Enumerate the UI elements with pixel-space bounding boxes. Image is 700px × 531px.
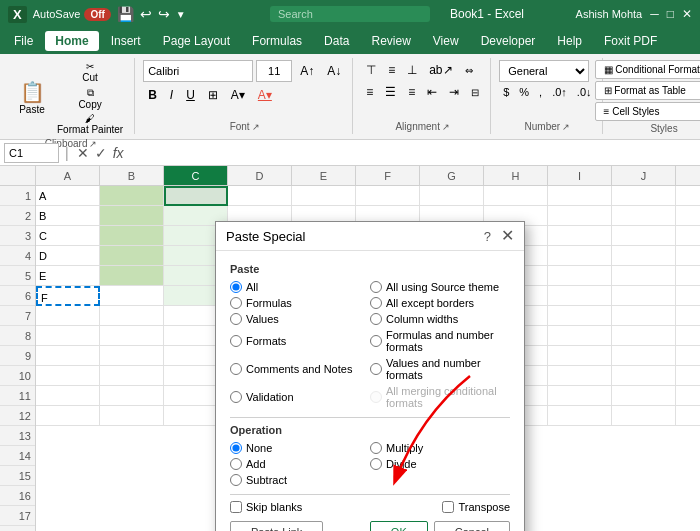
paste-option-comments[interactable]: Comments and Notes bbox=[230, 355, 370, 383]
paste-option-all[interactable]: All bbox=[230, 279, 370, 295]
cell-styles-button[interactable]: ≡ Cell Styles bbox=[595, 102, 700, 121]
format-painter-button[interactable]: 🖌 Format Painter bbox=[52, 112, 128, 136]
paste-option-values[interactable]: Values bbox=[230, 311, 370, 327]
paste-radio-all-source[interactable] bbox=[370, 281, 382, 293]
number-expand-icon[interactable]: ↗ bbox=[562, 122, 570, 132]
ok-button[interactable]: OK bbox=[370, 521, 428, 531]
currency-button[interactable]: $ bbox=[499, 84, 513, 100]
menu-foxit[interactable]: Foxit PDF bbox=[594, 31, 667, 51]
paste-option-formulas[interactable]: Formulas bbox=[230, 295, 370, 311]
menu-data[interactable]: Data bbox=[314, 31, 359, 51]
op-radio-divide[interactable] bbox=[370, 458, 382, 470]
align-center-button[interactable]: ☰ bbox=[380, 82, 401, 102]
restore-button[interactable]: □ bbox=[667, 7, 674, 21]
op-option-add[interactable]: Add bbox=[230, 456, 370, 472]
op-radio-subtract[interactable] bbox=[230, 474, 242, 486]
wrap-text-button[interactable]: ⇔ bbox=[460, 60, 478, 80]
paste-option-all-except[interactable]: All except borders bbox=[370, 295, 510, 311]
menu-review[interactable]: Review bbox=[361, 31, 420, 51]
comma-button[interactable]: , bbox=[535, 84, 546, 100]
redo-icon[interactable]: ↪ bbox=[158, 6, 170, 22]
menu-view[interactable]: View bbox=[423, 31, 469, 51]
paste-radio-formulas-numbers[interactable] bbox=[370, 335, 382, 347]
search-input[interactable] bbox=[270, 6, 430, 22]
fill-color-button[interactable]: A▾ bbox=[226, 84, 250, 106]
paste-radio-values[interactable] bbox=[230, 313, 242, 325]
menu-page-layout[interactable]: Page Layout bbox=[153, 31, 240, 51]
skip-blanks-label[interactable]: Skip blanks bbox=[230, 501, 302, 513]
undo-icon[interactable]: ↩ bbox=[140, 6, 152, 22]
paste-radio-values-numbers[interactable] bbox=[370, 363, 382, 375]
percent-button[interactable]: % bbox=[515, 84, 533, 100]
font-name-input[interactable] bbox=[143, 60, 253, 82]
indent-decrease-button[interactable]: ⇤ bbox=[422, 82, 442, 102]
paste-option-validation[interactable]: Validation bbox=[230, 383, 370, 411]
paste-radio-formulas[interactable] bbox=[230, 297, 242, 309]
cut-button[interactable]: ✂ Cut bbox=[52, 60, 128, 84]
number-format-select[interactable]: General bbox=[499, 60, 589, 82]
format-as-table-button[interactable]: ⊞ Format as Table bbox=[595, 81, 700, 100]
font-size-input[interactable] bbox=[256, 60, 292, 82]
conditional-formatting-button[interactable]: ▦ Conditional Formatting ~ bbox=[595, 60, 700, 79]
paste-option-all-source[interactable]: All using Source theme bbox=[370, 279, 510, 295]
copy-button[interactable]: ⧉ Copy bbox=[52, 86, 128, 110]
decrease-decimal-button[interactable]: .0↓ bbox=[573, 84, 596, 100]
transpose-checkbox[interactable] bbox=[442, 501, 454, 513]
op-option-subtract[interactable]: Subtract bbox=[230, 472, 370, 488]
underline-button[interactable]: U bbox=[181, 84, 200, 106]
border-button[interactable]: ⊞ bbox=[203, 84, 223, 106]
text-angle-button[interactable]: ab↗ bbox=[424, 60, 457, 80]
menu-developer[interactable]: Developer bbox=[471, 31, 546, 51]
align-middle-button[interactable]: ≡ bbox=[383, 60, 400, 80]
decrease-font-button[interactable]: A↓ bbox=[322, 60, 346, 82]
indent-increase-button[interactable]: ⇥ bbox=[444, 82, 464, 102]
menu-home[interactable]: Home bbox=[45, 31, 98, 51]
paste-radio-validation[interactable] bbox=[230, 391, 242, 403]
op-option-divide[interactable]: Divide bbox=[370, 456, 510, 472]
merge-center-button[interactable]: ⊟ bbox=[466, 82, 484, 102]
paste-radio-comments[interactable] bbox=[230, 363, 242, 375]
cancel-formula-icon[interactable]: ✕ bbox=[75, 145, 91, 161]
paste-button[interactable]: 📋 Paste bbox=[14, 73, 50, 123]
close-button[interactable]: ✕ bbox=[682, 7, 692, 21]
autosave-toggle[interactable]: Off bbox=[84, 8, 110, 21]
font-expand-icon[interactable]: ↗ bbox=[252, 122, 260, 132]
paste-option-column-widths[interactable]: Column widths bbox=[370, 311, 510, 327]
alignment-expand-icon[interactable]: ↗ bbox=[442, 122, 450, 132]
op-option-multiply[interactable]: Multiply bbox=[370, 440, 510, 456]
menu-insert[interactable]: Insert bbox=[101, 31, 151, 51]
menu-formulas[interactable]: Formulas bbox=[242, 31, 312, 51]
bold-button[interactable]: B bbox=[143, 84, 162, 106]
cancel-button[interactable]: Cancel bbox=[434, 521, 510, 531]
insert-function-icon[interactable]: fx bbox=[111, 145, 126, 161]
op-radio-none[interactable] bbox=[230, 442, 242, 454]
paste-radio-column-widths[interactable] bbox=[370, 313, 382, 325]
formula-input[interactable] bbox=[130, 146, 696, 160]
confirm-formula-icon[interactable]: ✓ bbox=[93, 145, 109, 161]
align-left-button[interactable]: ≡ bbox=[361, 82, 378, 102]
italic-button[interactable]: I bbox=[165, 84, 178, 106]
more-icon[interactable]: ▼ bbox=[176, 9, 186, 20]
paste-radio-formats[interactable] bbox=[230, 335, 242, 347]
paste-radio-all[interactable] bbox=[230, 281, 242, 293]
op-radio-multiply[interactable] bbox=[370, 442, 382, 454]
paste-option-formulas-numbers[interactable]: Formulas and number formats bbox=[370, 327, 510, 355]
op-radio-add[interactable] bbox=[230, 458, 242, 470]
font-color-button[interactable]: A▾ bbox=[253, 84, 277, 106]
save-icon[interactable]: 💾 bbox=[117, 6, 134, 22]
op-option-none[interactable]: None bbox=[230, 440, 370, 456]
minimize-button[interactable]: ─ bbox=[650, 7, 659, 21]
menu-file[interactable]: File bbox=[4, 31, 43, 51]
increase-decimal-button[interactable]: .0↑ bbox=[548, 84, 571, 100]
paste-option-values-numbers[interactable]: Values and number formats bbox=[370, 355, 510, 383]
dialog-close-button[interactable]: ✕ bbox=[501, 228, 514, 244]
paste-link-button[interactable]: Paste Link bbox=[230, 521, 323, 531]
cell-reference-input[interactable] bbox=[4, 143, 59, 163]
paste-option-formats[interactable]: Formats bbox=[230, 327, 370, 355]
align-top-button[interactable]: ⊤ bbox=[361, 60, 381, 80]
align-bottom-button[interactable]: ⊥ bbox=[402, 60, 422, 80]
skip-blanks-checkbox[interactable] bbox=[230, 501, 242, 513]
paste-radio-all-except[interactable] bbox=[370, 297, 382, 309]
align-right-button[interactable]: ≡ bbox=[403, 82, 420, 102]
increase-font-button[interactable]: A↑ bbox=[295, 60, 319, 82]
